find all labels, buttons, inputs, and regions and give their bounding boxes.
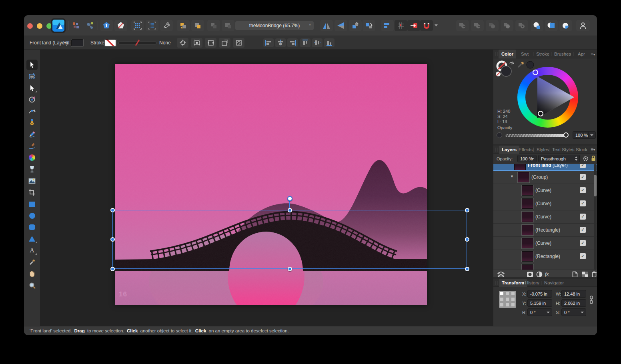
upload-shape-button[interactable] (100, 20, 113, 31)
layer-thumbnail[interactable] (518, 172, 529, 182)
tool-view-hand[interactable] (26, 268, 38, 279)
alignment-button[interactable] (381, 20, 394, 31)
opacity-dropdown-arrow[interactable] (590, 134, 593, 136)
layer-visibility-checkbox[interactable]: ✓ (580, 164, 586, 168)
tool-rectangle[interactable] (26, 199, 38, 209)
transform-objects-toggle[interactable] (205, 38, 216, 48)
link-dimensions-icon[interactable] (589, 296, 593, 304)
layer-visibility-checkbox[interactable]: ✓ (580, 214, 586, 220)
layer-thumbnail[interactable] (522, 238, 533, 248)
flip-horizontal-button[interactable] (320, 20, 333, 31)
layer-row[interactable]: (Curve)✓ (493, 237, 597, 250)
layer-visibility-checkbox[interactable]: ✓ (580, 187, 586, 193)
selection-handle-bottom-right[interactable] (465, 267, 469, 271)
layer-thumbnail[interactable] (522, 225, 533, 235)
layer-expander-icon[interactable]: ▼ (510, 174, 514, 178)
tab-color[interactable]: Color (499, 50, 516, 58)
tool-pen[interactable] (26, 118, 38, 128)
minimize-window-button[interactable] (37, 23, 42, 29)
tab-stock[interactable]: Stock (573, 146, 590, 154)
boolean-combine-button[interactable] (515, 20, 528, 31)
tool-move[interactable] (26, 60, 38, 70)
tool-node[interactable] (26, 83, 38, 93)
account-button[interactable] (576, 20, 590, 31)
snapping-dropdown-arrow[interactable] (435, 24, 438, 26)
opacity-value-field[interactable]: 100 % (573, 131, 596, 139)
layer-effects-fx-icon[interactable]: fx (545, 271, 549, 277)
s-dropdown-arrow[interactable] (581, 312, 584, 313)
layer-row[interactable]: (Curve)✓ (493, 184, 597, 197)
blend-stepper-down[interactable] (575, 159, 577, 161)
move-to-front-button[interactable] (177, 20, 190, 31)
show-grid-button[interactable] (131, 20, 144, 31)
tab-history[interactable]: History (522, 279, 542, 287)
tool-rounded-rectangle[interactable] (26, 222, 38, 232)
layer-thumbnail[interactable] (522, 185, 533, 196)
anchor-dot[interactable] (511, 292, 515, 295)
selection-bounding-box[interactable] (112, 210, 467, 269)
panel-drag-grip[interactable] (495, 148, 497, 152)
snapping-magnet-toggle[interactable] (420, 20, 433, 31)
style-blend-button[interactable] (559, 20, 572, 31)
rotate-cw-button[interactable] (363, 20, 375, 31)
anchor-top-left-selected[interactable] (500, 292, 503, 295)
transform-separately-toggle[interactable] (219, 38, 230, 48)
tool-vector-brush[interactable] (26, 141, 38, 151)
tool-place-image[interactable] (26, 176, 38, 186)
tab-navigator[interactable]: Navigator (541, 279, 567, 287)
align-top-button[interactable] (300, 38, 310, 47)
layer-row[interactable]: (Curve)✓ (493, 197, 597, 210)
layer-row[interactable]: (Curve)✓ (493, 210, 597, 224)
show-selection-toggle[interactable] (191, 38, 202, 48)
selection-handle-middle-left[interactable] (110, 237, 115, 242)
tool-point-transform[interactable] (26, 94, 38, 105)
align-bottom-button[interactable] (324, 38, 335, 47)
layer-opacity-dropdown-arrow[interactable] (531, 158, 534, 160)
close-window-button[interactable] (27, 23, 33, 29)
pasteboard[interactable]: 16 (40, 50, 493, 326)
layer-visibility-checkbox[interactable]: ✓ (580, 253, 586, 259)
layer-row[interactable]: (Rectangle)✓ (493, 224, 597, 237)
anchor-dot[interactable] (506, 292, 509, 295)
tool-ellipse[interactable] (26, 210, 38, 221)
tool-zoom[interactable] (26, 280, 38, 290)
opacity-swatch[interactable] (497, 132, 502, 138)
layer-visibility-checkbox[interactable]: ✓ (580, 240, 586, 246)
align-middle-vertical-button[interactable] (312, 38, 323, 47)
pixel-persona-button[interactable] (70, 20, 82, 31)
canvas-document[interactable]: 16 (115, 64, 427, 305)
fill-color-swatch[interactable] (71, 39, 83, 46)
export-persona-button[interactable] (84, 20, 97, 31)
r-dropdown-arrow[interactable] (547, 312, 550, 313)
insert-behind-button[interactable] (207, 20, 220, 31)
panel-drag-grip[interactable] (495, 281, 497, 285)
layer-row[interactable]: Front land (Layer)✓ (493, 164, 597, 171)
boolean-intersect-button[interactable] (486, 20, 499, 31)
rotation-handle[interactable] (287, 196, 292, 201)
opacity-slider[interactable] (505, 134, 566, 137)
h-field[interactable]: 2.062 in (561, 299, 586, 307)
pixel-grid-button[interactable] (146, 20, 158, 31)
layer-row[interactable] (493, 263, 597, 270)
panel-menu-icon[interactable]: ≡▾ (591, 146, 595, 152)
align-right-button[interactable] (287, 38, 298, 47)
align-left-button[interactable] (263, 38, 274, 47)
anchor-dot[interactable] (506, 303, 509, 306)
move-by-whole-pixels-toggle[interactable] (407, 20, 420, 31)
tool-colour-picker[interactable] (26, 257, 38, 267)
layer-thumbnail[interactable] (514, 164, 526, 170)
layer-thumbnail[interactable] (522, 251, 533, 262)
selection-handle-bottom-left[interactable] (110, 267, 115, 271)
tool-artistic-text[interactable]: A (26, 245, 38, 256)
layer-visibility-checkbox[interactable]: ✓ (580, 227, 586, 233)
cycle-selection-box-button[interactable] (233, 38, 244, 48)
selection-handle-bottom-center[interactable] (288, 267, 292, 271)
layer-list-scrollbar-thumb[interactable] (594, 175, 597, 196)
tool-vector-crop[interactable] (26, 187, 38, 198)
tab-swatches[interactable]: Swt (518, 50, 531, 58)
move-to-back-button[interactable] (191, 20, 204, 31)
layer-visibility-checkbox[interactable]: ✓ (580, 200, 586, 206)
tab-effects[interactable]: Effects (516, 146, 535, 154)
snap-center-toggle[interactable] (177, 38, 188, 48)
layer-thumbnail[interactable] (522, 264, 533, 270)
